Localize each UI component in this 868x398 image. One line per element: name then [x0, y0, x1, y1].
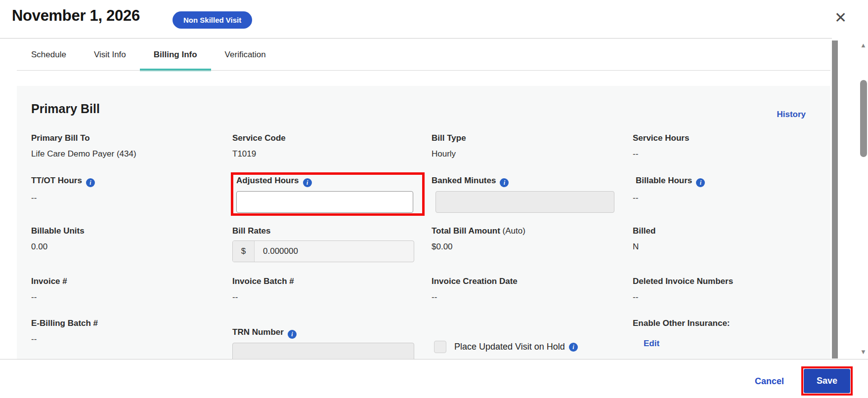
history-link[interactable]: History	[777, 110, 806, 119]
field-label: Invoice Batch #	[232, 277, 425, 286]
section-title: Primary Bill	[31, 102, 100, 116]
field-value: --	[432, 292, 624, 302]
field-value: $0.00	[432, 242, 624, 252]
tab-billing-info[interactable]: Billing Info	[140, 39, 211, 70]
field-label: Bill Rates	[232, 226, 425, 236]
scrollbar-up-icon[interactable]: ▲	[859, 41, 868, 49]
scrollbar-down-icon[interactable]: ▼	[859, 348, 868, 356]
field-label: Service Code	[232, 133, 425, 143]
field-label-suffix: (Auto)	[503, 226, 525, 236]
field-billable-hours: Billable Hoursi --	[633, 176, 825, 203]
header-divider	[0, 38, 832, 39]
footer-divider	[0, 359, 868, 359]
field-value: Life Care Demo Payer (434)	[31, 149, 224, 159]
field-label: TT/OT Hours	[31, 176, 82, 185]
field-label: Primary Bill To	[31, 133, 224, 143]
field-label: Billable Units	[31, 226, 224, 236]
field-ebilling-batch: E-Billing Batch # --	[31, 318, 224, 344]
edit-link[interactable]: Edit	[644, 339, 659, 349]
field-value: --	[633, 193, 825, 203]
field-enable-other-insurance: Enable Other Insurance: Edit	[633, 318, 825, 349]
field-label: Bill Type	[432, 133, 624, 143]
field-label: Billable Hours	[636, 176, 692, 185]
field-label: Service Hours	[633, 133, 825, 143]
info-icon[interactable]: i	[288, 330, 297, 339]
field-invoice-batch: Invoice Batch # --	[232, 277, 425, 302]
field-value: N	[633, 242, 825, 252]
field-service-code: Service Code T1019	[232, 133, 425, 159]
primary-bill-section: Primary Bill History Primary Bill To Lif…	[17, 86, 830, 359]
field-label: E-Billing Batch #	[31, 318, 224, 328]
field-invoice-number: Invoice # --	[31, 277, 224, 302]
field-label: Billed	[633, 226, 825, 236]
field-ttot-hours: TT/OT Hoursi --	[31, 176, 224, 203]
trn-number-input	[232, 343, 414, 359]
adjusted-hours-input[interactable]	[236, 191, 413, 213]
info-icon[interactable]: i	[569, 343, 578, 352]
place-hold-checkbox[interactable]	[434, 341, 446, 353]
field-value: Hourly	[432, 149, 624, 159]
visit-type-badge: Non Skilled Visit	[173, 11, 252, 29]
field-value: --	[31, 334, 224, 344]
tabs-divider	[17, 70, 830, 71]
field-label: Invoice Creation Date	[432, 277, 624, 286]
field-value: T1019	[232, 149, 425, 159]
tab-bar: Schedule Visit Info Billing Info Verific…	[17, 39, 280, 70]
field-trn-number: TRN Numberi	[232, 327, 425, 359]
bill-rates-input[interactable]: $ 0.000000	[232, 240, 414, 262]
field-value: 0.00	[31, 242, 224, 252]
save-button[interactable]: Save	[804, 369, 850, 393]
place-hold-label: Place Updated Visit on Hold	[454, 342, 565, 352]
field-value: --	[633, 292, 825, 302]
field-label: TRN Number	[232, 327, 284, 337]
field-label: Deleted Invoice Numbers	[633, 277, 825, 286]
tab-verification[interactable]: Verification	[211, 39, 280, 70]
field-label: Enable Other Insurance:	[633, 318, 825, 328]
field-label: Invoice #	[31, 277, 224, 286]
bill-rates-value: 0.000000	[255, 241, 414, 262]
close-icon[interactable]: ✕	[834, 9, 847, 27]
field-total-bill-amount: Total Bill Amount (Auto) $0.00	[432, 226, 624, 252]
info-icon[interactable]: i	[303, 178, 312, 187]
field-bill-type: Bill Type Hourly	[432, 133, 624, 159]
tab-visit-info[interactable]: Visit Info	[80, 39, 140, 70]
field-value: --	[232, 292, 425, 302]
field-primary-bill-to: Primary Bill To Life Care Demo Payer (43…	[31, 133, 224, 159]
field-label: Banked Minutes	[432, 176, 496, 185]
info-icon[interactable]: i	[86, 178, 95, 187]
info-icon[interactable]: i	[696, 178, 705, 187]
cancel-button[interactable]: Cancel	[755, 376, 784, 387]
field-banked-minutes: Banked Minutesi	[432, 176, 624, 213]
page-title: November 1, 2026	[12, 7, 140, 25]
field-deleted-invoice-numbers: Deleted Invoice Numbers --	[633, 277, 825, 302]
field-value: --	[633, 149, 825, 159]
field-billable-units: Billable Units 0.00	[31, 226, 224, 252]
field-invoice-creation-date: Invoice Creation Date --	[432, 277, 624, 302]
dollar-prefix: $	[233, 241, 255, 262]
save-button-highlight: Save	[801, 366, 853, 396]
banked-minutes-input	[435, 191, 614, 213]
modal-scrollbar-thumb[interactable]	[832, 40, 838, 358]
field-billed: Billed N	[633, 226, 825, 252]
field-value: --	[31, 193, 224, 203]
field-label: Adjusted Hours	[236, 176, 299, 185]
info-icon[interactable]: i	[500, 178, 509, 187]
field-bill-rates: Bill Rates $ 0.000000	[232, 226, 425, 262]
field-value: --	[31, 292, 224, 302]
field-service-hours: Service Hours --	[633, 133, 825, 159]
place-hold-field: Place Updated Visit on Hold i	[434, 341, 578, 353]
window-scrollbar-thumb[interactable]	[860, 80, 867, 157]
tab-schedule[interactable]: Schedule	[17, 39, 80, 70]
field-adjusted-hours: Adjusted Hoursi	[232, 176, 425, 213]
field-label: Total Bill Amount	[432, 226, 500, 236]
